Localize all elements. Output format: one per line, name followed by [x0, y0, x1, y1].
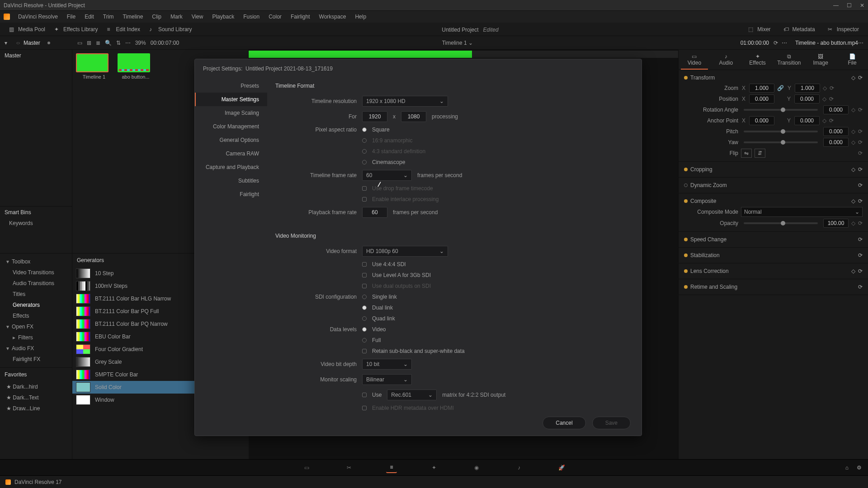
par-43-radio[interactable] [362, 149, 367, 154]
section-dynamic-zoom[interactable]: Dynamic Zoom⟳ [684, 180, 863, 190]
cancel-button[interactable]: Cancel [542, 417, 585, 429]
reset-icon[interactable]: ⟳ [829, 96, 834, 102]
nav-generators[interactable]: Generators [0, 300, 72, 310]
nav-audiofx[interactable]: ▾Audio FX [0, 343, 72, 354]
sound-library-button[interactable]: ♪Sound Library [145, 24, 197, 34]
menu-item[interactable]: Playback [208, 12, 238, 22]
pitch-slider[interactable] [744, 131, 818, 132]
nav-filters[interactable]: ▸Filters [0, 332, 72, 343]
reset-icon[interactable]: ⟳ [858, 236, 863, 243]
favorite-item[interactable]: ★ Dark...hird [0, 381, 72, 392]
flip-h-button[interactable]: ⇋ [741, 149, 752, 158]
reset-icon[interactable]: ⟳ [830, 85, 834, 91]
menu-item[interactable]: File [63, 12, 79, 22]
keyframe-icon[interactable]: ◇ [851, 198, 855, 204]
enable-dot-icon[interactable] [684, 168, 688, 171]
pitch-input[interactable] [823, 127, 849, 136]
reset-icon[interactable]: ⟳ [858, 182, 863, 188]
enable-dot-icon[interactable] [684, 238, 688, 241]
inspector-tab-audio[interactable]: ♪Audio [712, 53, 740, 70]
playback-fps-input[interactable] [362, 207, 387, 218]
link-icon[interactable]: 🔗 [777, 85, 784, 91]
level-a-check[interactable] [362, 273, 367, 277]
nav-fwd-icon[interactable]: › [18, 40, 20, 46]
timeline-name[interactable]: Timeline 1 ⌄ [179, 40, 736, 46]
inspector-tab-image[interactable]: 🖼Image [807, 53, 834, 70]
enable-dot-icon[interactable] [684, 253, 688, 257]
settings-nav-camera-raw[interactable]: Camera RAW [195, 147, 267, 160]
menu-item[interactable]: Mark [167, 12, 186, 22]
reset-icon[interactable]: ⟳ [858, 268, 863, 274]
mixer-button[interactable]: ⬚Mixer [744, 24, 775, 34]
menu-item[interactable]: Help [351, 12, 370, 22]
dl-full-radio[interactable] [362, 338, 367, 343]
keyframe-icon[interactable]: ◇ [851, 268, 855, 274]
settings-nav-subtitles[interactable]: Subtitles [195, 174, 267, 188]
bit-depth-select[interactable]: 10 bit⌄ [362, 359, 412, 370]
par-169-radio[interactable] [362, 138, 367, 143]
media-pool-button[interactable]: ▥Media Pool [5, 24, 50, 34]
reset-icon[interactable]: ⟳ [858, 252, 863, 258]
page-media-icon[interactable]: ▭ [301, 462, 312, 473]
rotation-slider[interactable] [744, 109, 818, 111]
keyframe-icon[interactable]: ◇ [823, 85, 827, 91]
zoom-y-input[interactable] [795, 84, 820, 93]
section-lens[interactable]: Lens Correction◇⟳ [684, 266, 863, 276]
settings-nav-presets[interactable]: Presets [195, 79, 267, 93]
anchor-y-input[interactable] [794, 116, 820, 125]
settings-nav-fairlight[interactable]: Fairlight [195, 188, 267, 201]
viewer-zoom[interactable]: 39% [135, 40, 146, 46]
nav-titles[interactable]: Titles [0, 289, 72, 300]
inspector-tab-video[interactable]: ▭Video [681, 53, 708, 70]
menu-item[interactable]: Fairlight [287, 12, 314, 22]
clip-thumb[interactable]: abo button... [118, 53, 154, 80]
reset-icon[interactable]: ⟳ [858, 284, 863, 290]
viewer-more-icon[interactable]: ⋯ [782, 40, 787, 46]
inspector-tab-effects[interactable]: ✦Effects [744, 53, 771, 70]
nav-video-transitions[interactable]: Video Transitions [0, 267, 72, 278]
keyframe-icon[interactable]: ◇ [851, 139, 855, 145]
yaw-slider[interactable] [744, 141, 818, 143]
keyframe-icon[interactable]: ◇ [851, 128, 855, 135]
window-close-icon[interactable]: ✕ [860, 2, 864, 9]
menu-item[interactable]: DaVinci Resolve [14, 12, 61, 22]
section-cropping[interactable]: Cropping◇⟳ [684, 164, 863, 174]
retain-check[interactable] [362, 349, 367, 353]
par-cs-radio[interactable] [362, 160, 367, 164]
section-speed[interactable]: Speed Change⟳ [684, 235, 863, 244]
toolbox-root[interactable]: ▾Toolbox [0, 256, 72, 267]
menu-item[interactable]: Clip [148, 12, 165, 22]
reset-icon[interactable]: ⟳ [858, 198, 863, 204]
enable-dot-icon[interactable] [684, 285, 688, 289]
reset-icon[interactable]: ⟳ [858, 128, 863, 135]
inspector-tab-file[interactable]: 📄File [839, 53, 866, 70]
menu-item[interactable]: Fusion [240, 12, 263, 22]
settings-nav-color[interactable]: Color Management [195, 120, 267, 133]
effects-library-button[interactable]: ✦Effects Library [50, 24, 102, 34]
timeline-ruler[interactable] [249, 51, 678, 58]
page-fusion-icon[interactable]: ✦ [429, 462, 439, 473]
rotation-input[interactable] [823, 105, 849, 114]
window-minimize-icon[interactable]: — [833, 2, 839, 9]
keyframe-icon[interactable]: ◇ [851, 75, 855, 81]
menu-item[interactable]: Edit [81, 12, 98, 22]
nav-openfx[interactable]: ▾Open FX [0, 321, 72, 332]
use-matrix-check[interactable] [362, 393, 367, 397]
keyframe-icon[interactable]: ◇ [851, 166, 855, 173]
inspector-more-icon[interactable]: ⋯ [858, 40, 863, 46]
reset-icon[interactable]: ⟳ [829, 117, 834, 124]
reset-icon[interactable]: ⟳ [858, 107, 863, 113]
enable-dot-icon[interactable] [684, 199, 688, 203]
reset-icon[interactable]: ⟳ [858, 139, 863, 145]
settings-gear-icon[interactable]: ⚙ [857, 465, 862, 471]
timeline-resolution-select[interactable]: 868 x 488 HD⌄ [362, 96, 448, 107]
use-444-check[interactable] [362, 262, 367, 267]
view-grid-icon[interactable]: ⊞ [87, 40, 91, 46]
nav-fairlightfx[interactable]: Fairlight FX [0, 354, 72, 365]
enable-dot-icon[interactable] [684, 269, 688, 273]
page-color-icon[interactable]: ◉ [471, 462, 482, 473]
reset-icon[interactable]: ⟳ [858, 75, 863, 81]
edit-index-button[interactable]: ≡Edit Index [103, 24, 145, 34]
keyframe-icon[interactable]: ◇ [822, 96, 826, 102]
monitor-scaling-select[interactable]: Bilinear⌄ [362, 374, 412, 385]
